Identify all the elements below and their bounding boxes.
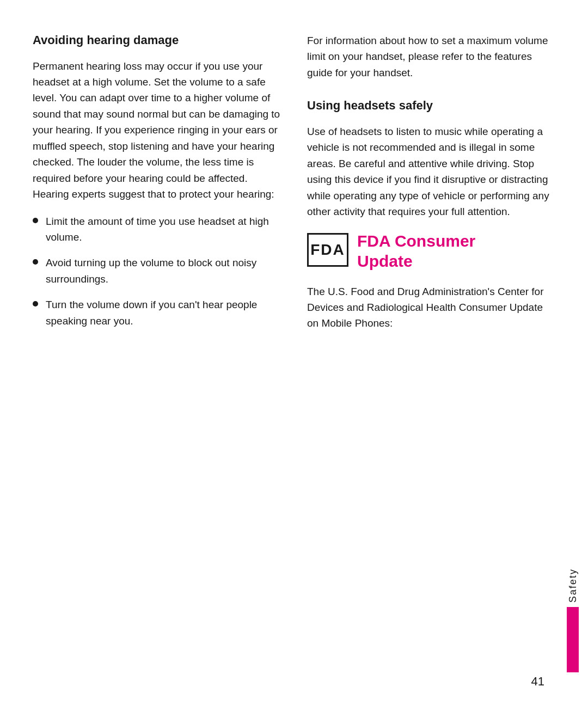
bullet-dot-1 — [33, 218, 38, 223]
avoiding-hearing-heading: Avoiding hearing damage — [33, 33, 281, 48]
safety-bar — [567, 607, 579, 672]
fda-body-text: The U.S. Food and Drug Administration's … — [307, 284, 555, 332]
bullet-item-3: Turn the volume down if you can't hear p… — [33, 297, 281, 329]
fda-title-line2: Update — [357, 252, 413, 270]
fda-consumer-title: FDA Consumer Update — [357, 231, 475, 272]
page-number: 41 — [531, 675, 544, 689]
right-top-text: For information about how to set a maxim… — [307, 33, 555, 81]
two-column-layout: Avoiding hearing damage Permanent hearin… — [0, 33, 588, 339]
bullet-item-1: Limit the amount of time you use headset… — [33, 213, 281, 246]
bullet-list: Limit the amount of time you use headset… — [33, 213, 281, 329]
fda-title-line1: FDA Consumer — [357, 232, 475, 250]
fda-logo-text: FDA — [310, 241, 345, 259]
using-headsets-heading: Using headsets safely — [307, 98, 555, 114]
safety-sidebar: Safety — [558, 0, 588, 705]
fda-header-row: FDA FDA Consumer Update — [307, 231, 555, 272]
using-headsets-text: Use of headsets to listen to music while… — [307, 124, 555, 220]
page-container: Avoiding hearing damage Permanent hearin… — [0, 0, 588, 705]
bullet-dot-3 — [33, 301, 38, 306]
safety-label: Safety — [567, 568, 579, 603]
bullet-text-3: Turn the volume down if you can't hear p… — [46, 297, 281, 329]
avoiding-hearing-intro: Permanent hearing loss may occur if you … — [33, 58, 281, 203]
bullet-text-1: Limit the amount of time you use headset… — [46, 213, 281, 246]
left-column: Avoiding hearing damage Permanent hearin… — [33, 33, 281, 339]
right-column: For information about how to set a maxim… — [307, 33, 555, 332]
fda-section-block: FDA FDA Consumer Update The U.S. Food an… — [307, 231, 555, 332]
fda-logo: FDA — [307, 233, 348, 267]
bullet-item-2: Avoid turning up the volume to block out… — [33, 255, 281, 287]
fda-title-block: FDA Consumer Update — [357, 231, 475, 272]
bullet-text-2: Avoid turning up the volume to block out… — [46, 255, 281, 287]
bullet-dot-2 — [33, 259, 38, 265]
